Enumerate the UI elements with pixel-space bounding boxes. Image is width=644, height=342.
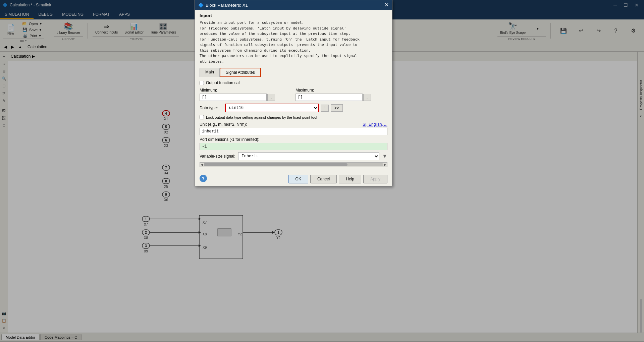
variable-size-signal-row: Variable-size signal: Inherit No Yes ▼ [200,152,387,160]
scrollbar-thumb[interactable] [204,163,347,166]
dialog-description: Provide an input port for a subsystem or… [200,20,387,64]
block-params-dialog: 🔷 Block Parameters: X1 ✕ Inport Provide … [195,0,392,186]
data-type-select[interactable]: uint16 double single int8 uint8 int16 in… [225,104,319,112]
ok-button[interactable]: OK [288,175,308,183]
data-type-menu-btn[interactable]: ⋮ [321,105,329,112]
cancel-button[interactable]: Cancel [310,175,337,183]
output-function-call-label: Output function call [206,80,240,85]
scroll-left-arrow[interactable]: ◀ [201,163,203,166]
maximum-menu-btn[interactable]: ⋮ [363,94,371,101]
port-dimensions-label: Port dimensions (-1 for inherited): [200,137,387,142]
dialog-section-title: Inport [200,13,387,18]
unit-row: Unit (e.g., m, m/s^2, N*m): SI, English,… [200,122,387,135]
maximum-input-row: ⋮ [296,94,387,101]
variable-size-signal-label: Variable-size signal: [200,154,235,159]
horizontal-scrollbar[interactable]: ◀ ▶ [200,162,387,167]
maximum-group: Maximum: ⋮ [296,88,387,101]
lock-data-type-checkbox[interactable] [200,115,204,119]
buttons-spacer [209,175,286,183]
min-max-row: Minimum: ⋮ Maximum: ⋮ [200,88,387,101]
dialog-icon: 🔷 [198,3,204,8]
help-button[interactable]: Help [339,175,361,183]
dialog-buttons: ? OK Cancel Help Apply [195,172,392,186]
scroll-right-arrow[interactable]: ▶ [384,163,386,166]
help-icon-btn[interactable]: ? [200,175,207,182]
unit-label-row: Unit (e.g., m, m/s^2, N*m): SI, English,… [200,122,387,127]
minimum-label: Minimum: [200,88,291,93]
variable-size-collapse-icon[interactable]: ▼ [382,153,387,159]
minimum-group: Minimum: ⋮ [200,88,291,101]
output-function-call-checkbox[interactable] [200,81,204,85]
minimum-input-row: ⋮ [200,94,291,101]
main-tab[interactable]: Main [200,68,220,77]
unit-input[interactable] [200,128,387,135]
minimum-input[interactable] [200,94,267,101]
data-type-row: Data type: uint16 double single int8 uin… [200,104,387,112]
dialog-title-bar: 🔷 Block Parameters: X1 ✕ [195,0,392,10]
maximum-label: Maximum: [296,88,387,93]
data-type-label: Data type: [200,106,223,110]
data-type-explore-btn[interactable]: >> [331,104,343,112]
apply-button[interactable]: Apply [363,175,387,183]
port-dimensions-row: Port dimensions (-1 for inherited): [200,137,387,150]
modal-overlay: 🔷 Block Parameters: X1 ✕ Inport Provide … [0,0,644,342]
lock-data-type-label: Lock output data type setting against ch… [206,115,317,119]
maximum-input[interactable] [296,94,363,101]
lock-data-type-row: Lock output data type setting against ch… [200,115,387,119]
dialog-body: Inport Provide an input port for a subsy… [195,10,392,172]
signal-attributes-tab[interactable]: Signal Attributes [220,68,261,77]
port-dimensions-input[interactable] [200,143,387,150]
unit-link[interactable]: SI, English, ... [363,122,387,127]
dialog-title-left: 🔷 Block Parameters: X1 [198,3,248,8]
dialog-title-text: Block Parameters: X1 [206,3,248,8]
dialog-tabs: Main Signal Attributes [200,68,387,77]
variable-size-signal-select[interactable]: Inherit No Yes [238,152,380,160]
dialog-close-btn[interactable]: ✕ [384,2,389,8]
output-function-call-row: Output function call [200,80,387,85]
scrollbar-track[interactable] [204,163,383,166]
unit-label: Unit (e.g., m, m/s^2, N*m): [200,122,247,127]
minimum-menu-btn[interactable]: ⋮ [267,94,275,101]
